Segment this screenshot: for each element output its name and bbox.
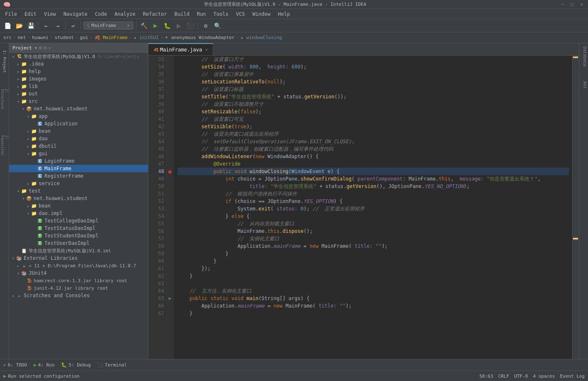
tree-arrow-test-package: ▾ [21, 196, 26, 201]
run-button[interactable]: ▶ [150, 21, 160, 31]
tree-item-iml[interactable]: 📋 学生信息管理系统(MySQL版)V1.0.iml [9, 247, 148, 254]
debug-tab[interactable]: 🐛 5: Debug [61, 362, 91, 368]
open-button[interactable]: 📂 [14, 21, 24, 31]
debug-button[interactable]: 🐛 [162, 21, 172, 31]
tree-item-application[interactable]: C Application [9, 120, 148, 127]
menu-edit[interactable]: Edit [21, 10, 40, 18]
tree-item-loginframe[interactable]: C LoginFrame [9, 157, 148, 165]
tree-item-gui[interactable]: ▾ 📁 gui [9, 150, 148, 157]
tree-item-test-user[interactable]: T TestUserDaoImpl [9, 239, 148, 247]
new-file-button[interactable]: 📄 [2, 21, 12, 31]
breadcrumb-net[interactable]: net [18, 35, 26, 40]
menu-tools[interactable]: Tools [210, 10, 232, 18]
tree-item-package[interactable]: ▾ 📦 net.huawei.student [9, 105, 148, 112]
menu-vcs[interactable]: VCS [233, 10, 248, 18]
close-button[interactable]: ✕ [578, 2, 585, 7]
menu-window[interactable]: Window [249, 10, 273, 18]
encoding[interactable]: UTF-8 [514, 374, 528, 379]
line-ending[interactable]: CRLF [498, 374, 509, 379]
minimize-button[interactable]: ─ [560, 2, 566, 7]
breadcrumb-student[interactable]: student [54, 35, 74, 40]
maximize-button[interactable]: □ [569, 2, 576, 7]
menu-file[interactable]: File [2, 10, 20, 18]
tree-item-junit-jar[interactable]: 🗜 junit-4.12.jar library root [9, 284, 148, 292]
menu-code[interactable]: Code [92, 10, 111, 18]
menu-build[interactable]: Build [171, 10, 193, 18]
menu-navigate[interactable]: Navigate [60, 10, 91, 18]
tree-item-images[interactable]: ▸ 📁 images [9, 75, 148, 83]
menu-refactor[interactable]: Refactor [140, 10, 170, 18]
tree-item-service[interactable]: ▸ 📁 service [9, 180, 148, 187]
event-log[interactable]: Event Log [560, 374, 585, 379]
project-gear-icon[interactable]: ≡ [44, 45, 47, 51]
breadcrumb-gui[interactable]: gui [80, 35, 88, 40]
tree-item-external-libs[interactable]: ▾ 📚 External Libraries [9, 254, 148, 262]
favorites-panel-toggle[interactable]: 2: Favorites [0, 134, 9, 163]
tree-item-test-package[interactable]: ▾ 📦 net.huawei.student [9, 195, 148, 202]
ant-panel-toggle[interactable]: Ant [579, 78, 588, 92]
breadcrumb-mainframe-file[interactable]: 🍂 MainFrame [94, 35, 128, 40]
tree-item-test-bean[interactable]: ▸ 📁 bean [9, 202, 148, 210]
terminal-tab[interactable]: ⬛ Terminal [97, 362, 127, 368]
gutter-run-65[interactable]: ▶ [166, 295, 174, 302]
settings-button[interactable]: ⚙ [201, 21, 211, 31]
tree-item-root[interactable]: ▾ 🏗 学生信息管理系统(MySQL版)V1.0 D:\IdeaProjects [9, 53, 148, 60]
back-button[interactable]: ← [41, 21, 51, 31]
tree-item-test-student[interactable]: T TestStudentDaoImpl [9, 232, 148, 239]
cursor-position[interactable]: 58:63 [480, 374, 493, 379]
menu-help[interactable]: Help [275, 10, 293, 18]
tree-item-out[interactable]: ▸ 📁 out [9, 90, 148, 98]
structure-panel-toggle[interactable]: 2: Structure [0, 87, 9, 116]
tree-item-bean[interactable]: ▸ 📁 bean [9, 127, 148, 135]
database-panel-toggle[interactable]: Database [579, 43, 588, 70]
title-bar-controls[interactable]: ─ □ ✕ [560, 2, 585, 7]
code-line-44: // setDefaultCloseOperation(JFrame.EXIT_… [177, 138, 569, 145]
todo-tab[interactable]: ✓ 6: TODO [3, 362, 27, 368]
run-config-selector[interactable]: C MainFrame ▾ [84, 22, 133, 29]
indentation[interactable]: 4 spaces [533, 374, 555, 379]
build-button[interactable]: 🔨 [139, 21, 149, 31]
project-minimize-icon[interactable]: — [48, 45, 51, 51]
save-button[interactable]: 💾 [26, 21, 36, 31]
project-settings-icon[interactable]: ⚙ [39, 45, 42, 51]
gutter-breakpoint-48[interactable]: ● [166, 168, 174, 175]
tree-arrow-dbutil: ▸ [26, 144, 31, 149]
tab-close-icon[interactable]: ✕ [205, 47, 208, 52]
tree-item-registerframe[interactable]: C RegisterFrame [9, 172, 148, 180]
tree-item-dao-impl[interactable]: ▾ 📁 dao.impl [9, 210, 148, 217]
tree-item-scratches[interactable]: ▸ ✏ Scratches and Consoles [9, 292, 148, 299]
breadcrumb-windowclosing[interactable]: ⬥ windowClosing [241, 35, 282, 40]
menu-run[interactable]: Run [194, 10, 209, 18]
run-tab-label: 4: Run [38, 362, 55, 368]
folder-icon-test-bean: 📁 [31, 203, 37, 209]
forward-button[interactable]: → [53, 21, 63, 31]
tree-item-app[interactable]: ▾ 📁 app [9, 112, 148, 120]
project-panel-toggle[interactable]: 1: Project [0, 45, 9, 78]
tree-item-test-college[interactable]: T TestCollegeDaoImpl [9, 217, 148, 225]
tree-item-mainframe[interactable]: C MainFrame [9, 165, 148, 172]
tree-item-lib[interactable]: ▸ 📁 lib [9, 83, 148, 90]
code-area[interactable]: // 设置窗口尺寸 setSize( width: 800, height: 6… [174, 56, 572, 359]
tree-item-jdk[interactable]: ▸ ☕ < 11 > D:\Program Files\Java\jdk-11.… [9, 262, 148, 269]
run-coverage-button[interactable]: ▷ [174, 21, 184, 31]
tree-item-test-status[interactable]: T TestStatusDaoImpl [9, 225, 148, 232]
tree-item-junit4[interactable]: ▾ 📚 JUnit4 [9, 269, 148, 277]
undo-button[interactable]: ↩ [68, 21, 78, 31]
tree-item-hamcrest[interactable]: 🗜 hamcrest-core-1.3.jar library root [9, 277, 148, 284]
tree-item-src[interactable]: ▾ 📁 src [9, 98, 148, 105]
menu-view[interactable]: View [41, 10, 59, 18]
breadcrumb-initgui[interactable]: ⬥ initGUI [134, 35, 159, 40]
breadcrumb-huawei[interactable]: huawei [32, 35, 49, 40]
tree-item-help[interactable]: ▸ 📁 help [9, 68, 148, 75]
tree-item-idea[interactable]: ▸ 📁 .idea [9, 60, 148, 68]
menu-analyze[interactable]: Analyze [111, 10, 139, 18]
tree-item-dbutil[interactable]: ▸ 📁 dbutil [9, 142, 148, 150]
tree-item-test[interactable]: ▾ 📁 test [9, 187, 148, 195]
tab-mainframe[interactable]: 🍂 MainFrame.java ✕ [148, 43, 213, 55]
tree-item-dao[interactable]: ▸ 📁 dao [9, 135, 148, 142]
breadcrumb-src[interactable]: src [3, 35, 12, 40]
stop-button[interactable]: ⬛ [185, 21, 195, 31]
run-tab[interactable]: ▶ 4: Run [34, 362, 54, 368]
search-button[interactable]: 🔍 [212, 21, 222, 31]
breadcrumb-anonymous[interactable]: ⚬ anonymous WindowAdapter [165, 35, 234, 40]
